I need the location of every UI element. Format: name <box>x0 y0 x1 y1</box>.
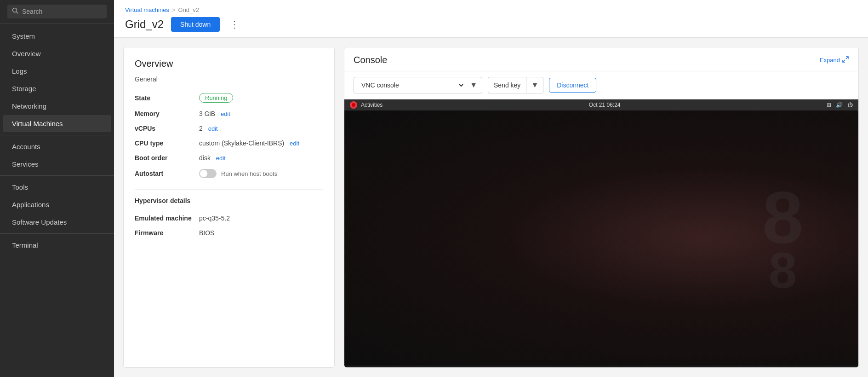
state-label: State <box>135 89 199 106</box>
general-section-label: General <box>135 75 323 83</box>
fedora-number: 8 8 <box>762 180 803 296</box>
sidebar-divider <box>0 135 114 135</box>
breadcrumb-separator: > <box>172 6 176 13</box>
sidebar-item-applications[interactable]: Applications <box>3 196 111 213</box>
table-row: Memory 3 GiB edit <box>135 106 323 121</box>
boot-order-value: disk <box>199 154 211 162</box>
send-key-container: Send key ▼ <box>488 77 543 93</box>
sidebar-search-container <box>0 0 114 23</box>
hypervisor-section-title: Hypervisor details <box>135 197 323 204</box>
table-row: vCPUs 2 edit <box>135 121 323 136</box>
sidebar: System Overview Logs Storage Networking … <box>0 0 114 377</box>
section-divider <box>135 189 323 190</box>
topbar-activities[interactable]: Activities <box>361 102 383 108</box>
network-icon: ⊞ <box>827 102 831 108</box>
table-row: Emulated machine pc-q35-5.2 <box>135 211 323 226</box>
sidebar-item-system[interactable]: System <box>3 28 111 45</box>
header-row: Grid_v2 Shut down ⋮ <box>125 17 857 32</box>
overview-info-table: State Running Memory 3 GiB edit vCPUs <box>135 89 323 182</box>
power-icon: ⏻ <box>847 102 853 108</box>
console-controls: VNC console ▼ Send key ▼ Disconnect <box>344 71 858 99</box>
firmware-value: BIOS <box>199 226 323 240</box>
page-title: Grid_v2 <box>125 18 164 31</box>
topbar-left: Activities <box>350 101 383 109</box>
expand-link[interactable]: Expand <box>820 56 849 64</box>
overview-card-title: Overview <box>135 58 323 69</box>
sidebar-item-tools[interactable]: Tools <box>3 179 111 196</box>
vcpus-value: 2 <box>199 125 203 132</box>
svg-line-1 <box>17 12 18 14</box>
firmware-label: Firmware <box>135 226 199 240</box>
memory-label: Memory <box>135 106 199 121</box>
table-row: CPU type custom (Skylake-Client-IBRS) ed… <box>135 136 323 151</box>
send-key-label[interactable]: Send key <box>488 78 526 93</box>
table-row: State Running <box>135 89 323 106</box>
emulated-machine-value: pc-q35-5.2 <box>199 211 323 226</box>
disconnect-button[interactable]: Disconnect <box>549 78 596 93</box>
table-row: Autostart Run when host boots <box>135 165 323 182</box>
search-icon <box>12 7 18 16</box>
console-card: Console Expand VNC <box>344 47 859 368</box>
hypervisor-info-table: Emulated machine pc-q35-5.2 Firmware BIO… <box>135 211 323 240</box>
boot-order-edit-link[interactable]: edit <box>216 155 226 162</box>
sidebar-item-terminal[interactable]: Terminal <box>3 237 111 254</box>
table-row: Boot order disk edit <box>135 151 323 165</box>
sidebar-item-logs[interactable]: Logs <box>3 63 111 80</box>
memory-value: 3 GiB <box>199 110 215 117</box>
search-input[interactable] <box>22 8 102 15</box>
status-badge: Running <box>199 93 233 103</box>
autostart-desc: Run when host boots <box>221 170 277 177</box>
expand-label: Expand <box>820 57 840 64</box>
breadcrumb: Virtual machines > Grid_v2 <box>125 6 857 13</box>
page-header: Virtual machines > Grid_v2 Grid_v2 Shut … <box>114 0 868 38</box>
shut-down-button[interactable]: Shut down <box>171 17 220 32</box>
cpu-type-label: CPU type <box>135 136 199 151</box>
emulated-machine-label: Emulated machine <box>135 211 199 226</box>
console-screen: Activities Oct 21 06:24 ⊞ 🔊 ⏻ 8 8 <box>344 99 858 367</box>
vnc-select-container: VNC console ▼ <box>354 77 482 93</box>
table-row: Firmware BIOS <box>135 226 323 240</box>
console-header: Console Expand <box>344 47 858 71</box>
fedora-watermark: 8 8 <box>762 180 803 296</box>
console-topbar: Activities Oct 21 06:24 ⊞ 🔊 ⏻ <box>344 99 858 110</box>
volume-icon: 🔊 <box>836 102 843 108</box>
sidebar-nav: System Overview Logs Storage Networking … <box>0 23 114 377</box>
vnc-console-select[interactable]: VNC console <box>354 77 465 93</box>
sidebar-divider-3 <box>0 233 114 234</box>
boot-order-label: Boot order <box>135 151 199 165</box>
console-background: 8 8 <box>344 110 858 365</box>
more-menu-button[interactable]: ⋮ <box>227 18 242 31</box>
sidebar-item-services[interactable]: Services <box>3 156 111 173</box>
svg-point-4 <box>352 103 355 107</box>
sidebar-item-storage[interactable]: Storage <box>3 80 111 97</box>
topbar-datetime: Oct 21 06:24 <box>589 102 621 108</box>
cpu-type-edit-link[interactable]: edit <box>290 140 299 147</box>
main-content: Virtual machines > Grid_v2 Grid_v2 Shut … <box>114 0 868 377</box>
breadcrumb-current: Grid_v2 <box>178 6 199 13</box>
sidebar-item-networking[interactable]: Networking <box>3 98 111 115</box>
fedora-icon <box>350 101 357 109</box>
sidebar-divider-2 <box>0 175 114 176</box>
cpu-type-value: custom (Skylake-Client-IBRS) <box>199 139 284 147</box>
content-area: Overview General State Running Memory 3 … <box>114 38 868 377</box>
expand-icon <box>842 56 849 64</box>
topbar-right: ⊞ 🔊 ⏻ <box>827 102 853 108</box>
sidebar-item-overview[interactable]: Overview <box>3 45 111 62</box>
console-title: Console <box>354 55 387 65</box>
sidebar-item-accounts[interactable]: Accounts <box>3 138 111 155</box>
autostart-label: Autostart <box>135 165 199 182</box>
sidebar-item-software-updates[interactable]: Software Updates <box>3 214 111 231</box>
autostart-toggle-container: Run when host boots <box>199 169 323 178</box>
vcpus-label: vCPUs <box>135 121 199 136</box>
sidebar-item-virtual-machines[interactable]: Virtual Machines <box>3 115 111 132</box>
autostart-toggle[interactable] <box>199 169 217 178</box>
send-key-arrow-icon[interactable]: ▼ <box>526 77 543 93</box>
overview-card: Overview General State Running Memory 3 … <box>123 47 335 368</box>
vnc-select-arrow-icon: ▼ <box>465 77 482 93</box>
vcpus-edit-link[interactable]: edit <box>208 125 218 132</box>
breadcrumb-parent-link[interactable]: Virtual machines <box>125 6 169 13</box>
memory-edit-link[interactable]: edit <box>221 110 230 117</box>
